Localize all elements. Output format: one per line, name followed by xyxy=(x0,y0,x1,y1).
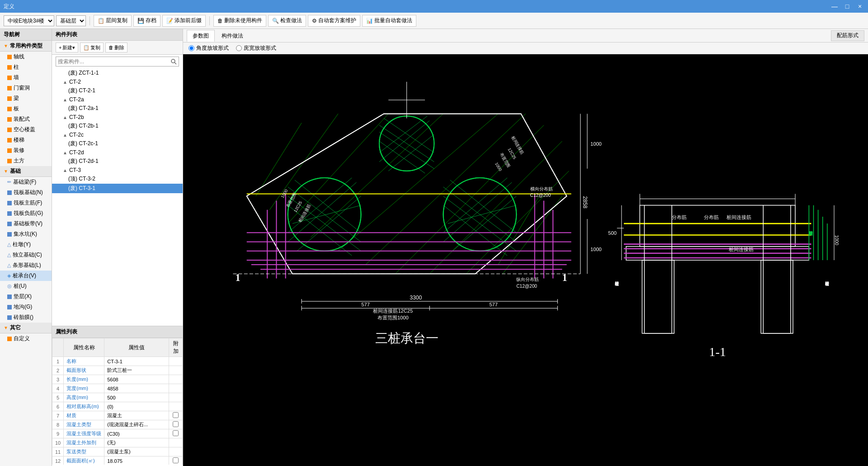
add-prefix-btn[interactable]: 📝 添加前后缀 xyxy=(162,15,206,27)
prop-col-add: 附加 xyxy=(169,338,183,357)
nav-item-trench[interactable]: 地沟(G) xyxy=(0,302,52,312)
nav-item-pile-cap[interactable]: ◈ 桩承台(V) xyxy=(0,271,52,281)
arrow-icon: ▲ xyxy=(63,168,67,173)
arrow-icon: ▲ xyxy=(63,133,67,138)
tab-bar: 参数图 构件做法 配筋形式 xyxy=(183,29,868,43)
nav-item-custom[interactable]: 自定义 xyxy=(0,333,52,344)
nav-item-column[interactable]: 柱 xyxy=(0,62,52,72)
list-item[interactable]: (废) CT-2-1 xyxy=(52,86,183,95)
prop-checkbox[interactable] xyxy=(173,430,179,436)
nav-item-hollow[interactable]: 空心楼盖 xyxy=(0,124,52,135)
list-item[interactable]: (废) CT-2d-1 xyxy=(52,157,183,166)
prop-checkbox[interactable] xyxy=(173,421,179,427)
cp-icon: △ xyxy=(7,242,11,247)
svg-point-0 xyxy=(171,59,175,63)
nav-item-prefab[interactable]: 装配式 xyxy=(0,114,52,124)
prop-checkbox[interactable] xyxy=(173,457,179,463)
toolbar-sep-2 xyxy=(209,16,210,25)
list-item[interactable]: (废) CT-2b-1 xyxy=(52,121,183,131)
nav-item-isolated[interactable]: △ 独立基础(C) xyxy=(0,250,52,260)
nav-item-slab-belt[interactable]: 基础板带(V) xyxy=(0,219,52,229)
nav-item-slab[interactable]: 板 xyxy=(0,104,52,114)
plus-icon: + xyxy=(59,45,61,50)
layer-select[interactable]: 基础层 xyxy=(56,15,86,26)
svg-text:桩间连接筋: 桩间连接筋 xyxy=(728,247,754,252)
nav-section-other[interactable]: ▼ 其它 xyxy=(0,323,52,333)
custom-color xyxy=(7,337,12,341)
nav-item-foundation-beam[interactable]: ✏ 基础梁(F) xyxy=(0,177,52,187)
wall-color xyxy=(7,76,12,80)
list-item[interactable]: ▲ CT-2 xyxy=(52,78,183,86)
table-row: 5 高度(mm) 500 xyxy=(52,393,183,402)
svg-text:577: 577 xyxy=(361,302,370,307)
floor-copy-icon: 📋 xyxy=(98,18,104,24)
list-item[interactable]: (顶) CT-3-2 xyxy=(52,174,183,184)
new-btn[interactable]: + 新建▾ xyxy=(56,43,78,52)
list-item[interactable]: ▲ CT-2b xyxy=(52,113,183,121)
prop-checkbox[interactable] xyxy=(173,412,179,418)
save-btn[interactable]: 💾 存档 xyxy=(133,15,160,27)
nav-item-sump[interactable]: 集水坑(K) xyxy=(0,229,52,239)
search-btn[interactable] xyxy=(169,57,178,66)
list-item[interactable]: ▲ CT-2d xyxy=(52,148,183,157)
nav-section-foundation[interactable]: ▼ 基础 xyxy=(0,166,52,177)
nav-item-door[interactable]: 门窗洞 xyxy=(0,83,52,93)
tab-params[interactable]: 参数图 xyxy=(187,30,215,42)
nav-item-wall[interactable]: 墙 xyxy=(0,72,52,83)
list-item[interactable]: ▲ CT-2a xyxy=(52,95,183,104)
config-rebar-btn[interactable]: 配筋形式 xyxy=(831,30,864,41)
comp-tree: (废) ZCT-1-1 ▲ CT-2 (废) CT-2-1 ▲ CT-2a (废 xyxy=(52,68,183,326)
nav-item-stair[interactable]: 楼梯 xyxy=(0,135,52,145)
slope-width-opt[interactable]: 庑宽放坡形式 xyxy=(236,44,276,52)
raft-m-color xyxy=(7,201,12,205)
check-method-btn[interactable]: 🔍 检查做法 xyxy=(268,15,306,27)
nav-section-common[interactable]: ▼ 常用构件类型 xyxy=(0,41,52,52)
list-item[interactable]: (废) ZCT-1-1 xyxy=(52,68,183,78)
nav-item-beam[interactable]: 梁 xyxy=(0,93,52,104)
svg-text:分布筋: 分布筋 xyxy=(672,214,687,220)
beam-color xyxy=(7,96,12,101)
slope-angle-opt[interactable]: 角度放坡形式 xyxy=(189,44,229,52)
svg-text:桩间连接筋12C25: 桩间连接筋12C25 xyxy=(373,308,413,314)
table-row: 12 截面面积(㎡) 18.075 xyxy=(52,456,183,465)
copy-btn[interactable]: 📋 复制 xyxy=(80,43,104,52)
comp-search-input[interactable] xyxy=(56,57,179,67)
prop-col-num xyxy=(52,338,64,357)
nav-item-col-pedestal[interactable]: △ 柱墩(Y) xyxy=(0,239,52,250)
project-select[interactable]: 中竣E地块3#楼 xyxy=(4,15,54,26)
nav-item-strip[interactable]: △ 条形基础(L) xyxy=(0,260,52,271)
delete-comp-btn[interactable]: 🗑 删除 xyxy=(105,43,127,52)
list-item-active[interactable]: (废) CT-3-1 xyxy=(52,184,183,193)
list-item[interactable]: ▲ CT-3 xyxy=(52,166,183,174)
close-btn[interactable]: × xyxy=(855,3,864,10)
earth-color xyxy=(7,159,12,163)
drawing-svg: 1 1 3300 577 577 xyxy=(183,54,868,466)
minimize-btn[interactable]: — xyxy=(830,3,839,10)
prop-list-header: 属性列表 xyxy=(52,326,183,338)
list-item[interactable]: (废) CT-2c-1 xyxy=(52,139,183,148)
nav-item-cushion[interactable]: 垫层(X) xyxy=(0,291,52,302)
slope-angle-radio[interactable] xyxy=(189,45,194,51)
col-color xyxy=(7,65,12,70)
nav-item-earthwork[interactable]: 土方 xyxy=(0,156,52,166)
table-row: 11 泵送类型 (混凝土泵) xyxy=(52,447,183,456)
auto-scheme-btn[interactable]: ⚙ 自动套方案维护 xyxy=(308,15,360,27)
list-item[interactable]: ▲ CT-2c xyxy=(52,131,183,139)
nav-item-pile[interactable]: ◎ 桩(U) xyxy=(0,281,52,291)
nav-item-axis[interactable]: 轴线 xyxy=(0,52,52,62)
raft-color xyxy=(7,190,12,195)
arrow-icon: ▲ xyxy=(63,115,67,120)
batch-auto-btn[interactable]: 📊 批量自动套做法 xyxy=(362,15,416,27)
slope-width-radio[interactable] xyxy=(236,45,242,51)
maximize-btn[interactable]: □ xyxy=(843,3,852,10)
nav-item-raft[interactable]: 筏板基础(N) xyxy=(0,187,52,198)
nav-item-raft-neg[interactable]: 筏板负筋(G) xyxy=(0,208,52,219)
nav-item-finish[interactable]: 装修 xyxy=(0,145,52,156)
list-item[interactable]: (废) CT-2a-1 xyxy=(52,104,183,113)
nav-item-brick-form[interactable]: 砖胎膜() xyxy=(0,312,52,323)
delete-unused-btn[interactable]: 🗑 删除未使用构件 xyxy=(213,15,266,27)
tab-method[interactable]: 构件做法 xyxy=(216,30,249,42)
floor-copy-btn[interactable]: 📋 层间复制 xyxy=(94,15,132,27)
nav-item-raft-main[interactable]: 筏板主筋(F) xyxy=(0,198,52,208)
prop-col-val: 属性值 xyxy=(104,338,169,357)
